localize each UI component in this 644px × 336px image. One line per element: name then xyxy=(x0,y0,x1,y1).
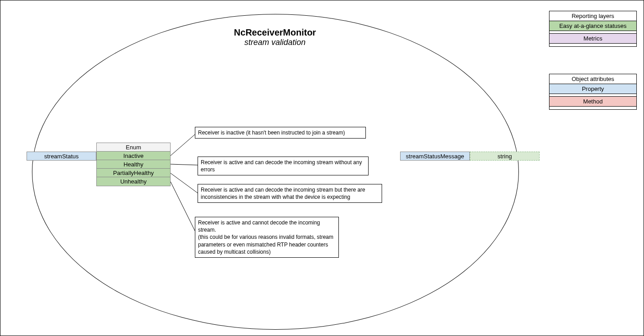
legend2-gap2 xyxy=(549,107,636,109)
diagram-canvas: NcReceiverMonitor stream validation stre… xyxy=(0,0,644,336)
enum-value-unhealthy: Unhealthy xyxy=(97,177,170,186)
legend-reporting-layers: Reporting layers Easy at-a-glance status… xyxy=(549,11,637,47)
property-stream-status: streamStatus xyxy=(27,152,96,161)
diagram-title: NcReceiverMonitor stream validation xyxy=(0,27,549,47)
legend-object-attributes: Object attributes Property Method xyxy=(549,74,637,110)
type-string: string xyxy=(470,152,540,161)
note-healthy: Receiver is active and can decode the in… xyxy=(198,157,369,175)
legend2-title: Object attributes xyxy=(549,74,636,84)
legend1-row-1: Metrics xyxy=(549,34,636,44)
legend1-gap2 xyxy=(549,44,636,46)
enum-header: Enum xyxy=(97,143,170,152)
note-inactive: Receiver is inactive (it hasn't been ins… xyxy=(195,127,366,139)
note-unhealthy: Receiver is active and cannot decode the… xyxy=(195,217,339,258)
enum-value-healthy: Healthy xyxy=(97,160,170,169)
enum-value-inactive: Inactive xyxy=(97,152,170,160)
legend2-row-0: Property xyxy=(549,84,636,94)
enum-value-partial: PartiallyHealthy xyxy=(97,169,170,177)
legend1-title: Reporting layers xyxy=(549,11,636,21)
note-partial: Receiver is active and can decode the in… xyxy=(198,184,382,203)
legend1-row-0: Easy at-a-glance statuses xyxy=(549,21,636,31)
title-main: NcReceiverMonitor xyxy=(0,27,549,38)
legend2-row-1: Method xyxy=(549,97,636,107)
property-stream-status-message: streamStatusMessage xyxy=(400,152,470,161)
enum-table: Enum Inactive Healthy PartiallyHealthy U… xyxy=(96,143,171,186)
title-sub: stream validation xyxy=(0,38,549,47)
